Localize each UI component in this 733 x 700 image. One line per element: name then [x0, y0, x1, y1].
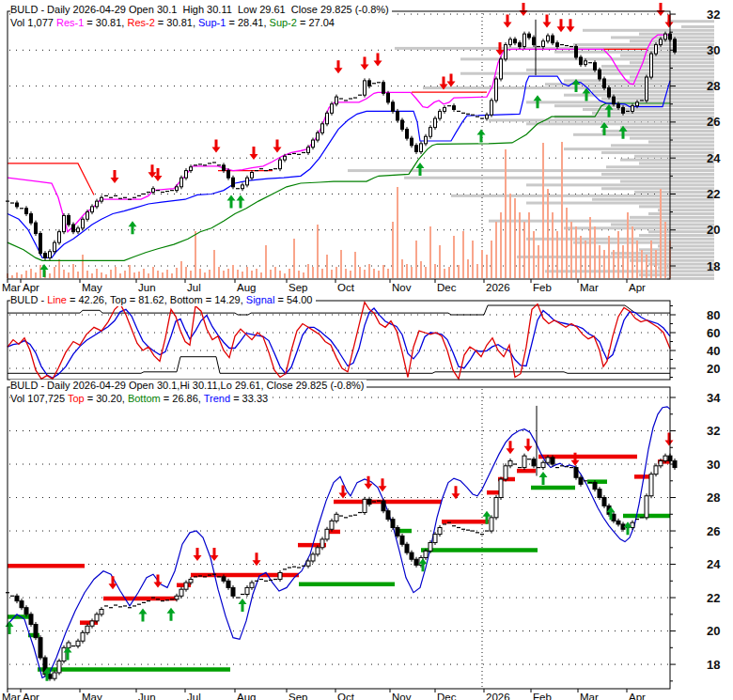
sell-arrow-icon: [273, 139, 282, 152]
x-axis-label: Nov: [392, 282, 412, 293]
buy-arrow-icon: [237, 194, 245, 208]
sell-arrow-icon: [447, 74, 456, 87]
candles-layer: [6, 454, 677, 681]
sell-arrow-icon: [543, 14, 552, 27]
sup2-value: = 27.04: [297, 17, 335, 28]
y-axis-label: 30: [707, 458, 720, 472]
sell-arrow-icon: [154, 168, 163, 181]
volume-bars: [7, 142, 671, 278]
x-axis-label: Dec: [437, 282, 457, 293]
osc-line-label: Line: [47, 294, 67, 305]
sell-arrow-icon: [520, 3, 528, 16]
sell-arrow-icon: [250, 147, 258, 160]
y-axis-label: 22: [707, 187, 720, 201]
y-axis-label: 18: [707, 658, 720, 672]
panel-daily-2: 343230282624222018MarAprMayJunJulAugSepO…: [2, 387, 721, 700]
buy-arrow-icon: [129, 221, 137, 234]
y-axis-label: 32: [707, 8, 720, 22]
sell-arrow-icon: [657, 3, 665, 16]
buy-arrow-icon: [167, 608, 176, 621]
panel1-volume-label: Vol 1,077: [10, 17, 56, 28]
x-axis-label: 2026: [486, 692, 510, 700]
x-axis-label: Apr: [629, 282, 646, 293]
sell-arrow-icon: [665, 432, 674, 445]
charting-app-window: 3230282624222018MarAprMayJunJulAugSepOct…: [0, 0, 733, 700]
panel3-legend: Vol 107,725 Top = 30.20, Bottom = 26.86,…: [10, 393, 271, 405]
panel2-symbol: BULD -: [10, 294, 47, 305]
panel3-volume-label: Vol 107,725: [10, 393, 68, 404]
sell-arrow-icon: [365, 476, 373, 490]
volume-profile: [348, 20, 714, 280]
x-axis-label: Apr: [23, 282, 39, 293]
panel3-title: BULD - Daily 2026-04-29 Open 30.1,Hi 30.…: [10, 380, 366, 392]
buy-arrow-icon: [477, 130, 486, 143]
x-axis-label: Nov: [392, 692, 412, 700]
sup1-value: = 28.41,: [226, 17, 269, 28]
y-axis-label: 26: [707, 115, 720, 129]
y-axis-label: 28: [707, 79, 720, 93]
y-axis-label: 20: [707, 624, 720, 638]
trend-value: = 33.33: [230, 393, 268, 404]
x-axis-label: Aug: [237, 282, 256, 293]
panel2-title: BULD - Line = 42.26, Top = 81.62, Bottom…: [10, 294, 316, 306]
y-axis-label: 24: [707, 557, 721, 571]
sell-arrow-icon: [335, 60, 343, 73]
x-axis-label: 2026: [486, 282, 510, 293]
top-value: = 30.20,: [85, 393, 128, 404]
sell-arrow-icon: [194, 548, 202, 561]
res1-label: Res-1: [56, 17, 84, 28]
y-axis-label: 22: [707, 591, 720, 605]
x-axis-label: Oct: [337, 282, 355, 293]
y-axis-label: 32: [707, 424, 720, 438]
sup1-label: Sup-1: [198, 17, 226, 28]
x-axis-label: May: [82, 692, 102, 700]
sup2-label: Sup-2: [270, 17, 297, 28]
y-axis-label: 60: [707, 326, 720, 340]
y-axis-label: 26: [707, 524, 720, 538]
panel-main-daily: 3230282624222018MarAprMayJunJulAugSepOct…: [2, 3, 721, 293]
x-axis-label: Jul: [187, 282, 201, 293]
x-axis-label: Mar: [580, 282, 599, 293]
y-axis-label: 30: [707, 43, 720, 57]
x-axis-label: Aug: [237, 692, 256, 700]
y-axis-label: 80: [707, 308, 720, 322]
y-axis-label: 24: [707, 151, 721, 165]
x-axis-label: Sep: [289, 692, 307, 700]
buy-arrow-icon: [416, 163, 425, 176]
res2-label: Res-2: [127, 17, 154, 28]
y-axis-label: 18: [707, 259, 720, 273]
trend-label: Trend: [204, 393, 230, 404]
bottom-value: = 26.86,: [161, 393, 204, 404]
line-top-band: [8, 305, 670, 315]
line-oscillator: [8, 303, 670, 380]
buy-arrow-icon: [539, 472, 548, 485]
res1-value: = 30.81,: [84, 17, 127, 28]
line-signal: [8, 308, 670, 378]
panel1-title: BULD - Daily 2026-04-29 Open 30.1 High 3…: [10, 4, 392, 16]
signal-arrows: [6, 432, 674, 680]
sell-arrow-icon: [374, 54, 382, 67]
buy-arrow-icon: [139, 609, 148, 622]
line-Trend: [8, 407, 670, 678]
sell-arrow-icon: [567, 19, 575, 32]
res2-value: = 30.81,: [155, 17, 198, 28]
osc-mid-values: = 42.26, Top = 81.62, Bottom = 14.29,: [67, 294, 246, 305]
x-axis-label: Feb: [533, 692, 552, 700]
x-axis-label: Apr: [23, 692, 39, 700]
osc-signal-value: = 54.00: [274, 294, 312, 305]
panel1-title-text: BULD - Daily 2026-04-29 Open 30.1 High 3…: [10, 4, 389, 15]
x-axis-label: Sep: [289, 282, 307, 293]
x-axis-label: Mar: [580, 692, 599, 700]
panel3-title-text: BULD - Daily 2026-04-29 Open 30.1,Hi 30.…: [10, 380, 364, 391]
x-axis-label: May: [82, 282, 102, 293]
buy-arrow-icon: [227, 194, 236, 208]
sell-arrow-icon: [557, 19, 566, 32]
buy-arrow-icon: [239, 599, 247, 612]
panel-oscillator: 80604020: [8, 301, 720, 380]
sell-arrow-icon: [111, 170, 119, 183]
x-axis-label: Feb: [533, 282, 552, 293]
bottom-label: Bottom: [128, 393, 161, 404]
chart-canvas[interactable]: 3230282624222018MarAprMayJunJulAugSepOct…: [0, 0, 733, 700]
y-axis-label: 40: [707, 344, 720, 358]
sell-arrow-icon: [212, 139, 221, 152]
